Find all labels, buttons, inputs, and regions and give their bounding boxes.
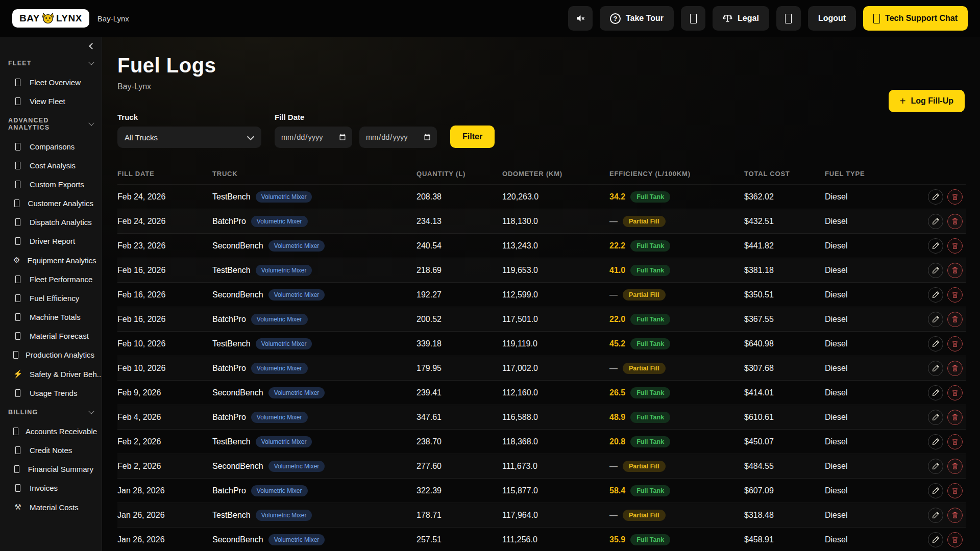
row-actions — [913, 532, 966, 547]
sidebar-item-label: Customer Analytics — [28, 199, 93, 208]
sidebar-item-accounts-receivable[interactable]: Accounts Receivable — [0, 422, 102, 441]
placeholder-icon — [15, 294, 20, 302]
edit-row-button[interactable] — [928, 287, 943, 303]
delete-row-button[interactable] — [947, 238, 963, 254]
row-actions — [913, 483, 966, 498]
delete-row-button[interactable] — [947, 508, 963, 523]
fill-date-end-input[interactable] — [359, 127, 437, 148]
truck-type-badge: Volumetric Mixer — [268, 534, 325, 545]
fill-date-cell: Feb 16, 2026 — [117, 290, 212, 299]
delete-row-button[interactable] — [947, 532, 963, 547]
tech-support-chat-button[interactable]: Tech Support Chat — [863, 6, 968, 31]
edit-row-button[interactable] — [928, 483, 943, 498]
delete-row-button[interactable] — [947, 385, 963, 400]
edit-row-button[interactable] — [928, 189, 943, 205]
sidebar-item-cost-analysis[interactable]: Cost Analysis — [0, 156, 102, 175]
edit-row-button[interactable] — [928, 214, 943, 229]
delete-row-button[interactable] — [947, 434, 963, 449]
sidebar-item-equipment-analytics[interactable]: ⚙ Equipment Analytics — [0, 251, 102, 270]
sidebar-item-production-analytics[interactable]: Production Analytics — [0, 345, 102, 364]
total-cost-cell: $484.55 — [744, 462, 825, 471]
placeholder-icon — [13, 428, 18, 435]
sidebar-item-dispatch-analytics[interactable]: Dispatch Analytics — [0, 213, 102, 232]
fill-date-start-input[interactable] — [275, 127, 352, 148]
notifications-button[interactable] — [681, 6, 705, 31]
sidebar-section-header[interactable]: ADVANCED ANALYTICS — [0, 111, 102, 137]
truck-type-badge: Volumetric Mixer — [256, 510, 312, 521]
edit-row-button[interactable] — [928, 459, 943, 474]
sidebar-item-usage-trends[interactable]: Usage Trends — [0, 384, 102, 403]
delete-row-button[interactable] — [947, 312, 963, 327]
delete-row-button[interactable] — [947, 336, 963, 352]
truck-type-badge: Volumetric Mixer — [251, 216, 308, 227]
truck-name: TestBench — [212, 437, 251, 446]
delete-row-button[interactable] — [947, 287, 963, 303]
total-cost-cell: $381.18 — [744, 266, 825, 275]
baylynx-logo[interactable]: BAY LYNX — [12, 9, 89, 28]
edit-row-button[interactable] — [928, 410, 943, 425]
fuel-type-cell: Diesel — [825, 241, 913, 251]
edit-row-button[interactable] — [928, 385, 943, 400]
filter-button[interactable]: Filter — [450, 126, 495, 148]
sidebar-item-customer-analytics[interactable]: Customer Analytics — [0, 194, 102, 213]
sidebar-item-comparisons[interactable]: Comparisons — [0, 137, 102, 156]
edit-row-button[interactable] — [928, 263, 943, 278]
sidebar-section-header[interactable]: FLEET — [0, 54, 102, 73]
sidebar-item-driver-report[interactable]: Driver Report — [0, 232, 102, 251]
placeholder-icon — [13, 351, 18, 359]
gear-icon: ⚙ — [13, 256, 20, 265]
sidebar-collapse-button[interactable] — [89, 43, 95, 49]
edit-row-button[interactable] — [928, 532, 943, 547]
logout-button[interactable]: Logout — [808, 6, 856, 31]
mute-button[interactable] — [568, 6, 593, 31]
sidebar-item-custom-exports[interactable]: Custom Exports — [0, 175, 102, 194]
fuel-type-cell: Diesel — [825, 290, 913, 299]
edit-row-button[interactable] — [928, 238, 943, 254]
sidebar-item-material-forecast[interactable]: Material Forecast — [0, 327, 102, 345]
delete-row-button[interactable] — [947, 214, 963, 229]
edit-row-button[interactable] — [928, 361, 943, 376]
trash-icon — [951, 364, 959, 372]
trash-icon — [951, 487, 959, 494]
sidebar-section-header[interactable]: BILLING — [0, 403, 102, 422]
sidebar-item-fleet-overview[interactable]: Fleet Overview — [0, 73, 102, 92]
sidebar-item-view-fleet[interactable]: View Fleet — [0, 92, 102, 111]
settings-button[interactable] — [776, 6, 801, 31]
sidebar-item-safety-driver-beh[interactable]: ⚡ Safety & Driver Beh... — [0, 364, 102, 384]
truck-type-badge: Volumetric Mixer — [251, 412, 308, 423]
legal-button[interactable]: Legal — [713, 6, 769, 31]
sidebar-item-financial-summary[interactable]: Financial Summary — [0, 460, 102, 479]
quantity-cell: 257.51 — [416, 535, 502, 544]
delete-row-button[interactable] — [947, 361, 963, 376]
truck-select[interactable]: All Trucks — [117, 127, 261, 148]
sidebar-item-material-costs[interactable]: ⚒ Material Costs — [0, 497, 102, 517]
edit-row-button[interactable] — [928, 508, 943, 523]
sidebar-item-machine-totals[interactable]: Machine Totals — [0, 308, 102, 327]
fill-type-badge: Full Tank — [630, 314, 670, 325]
edit-row-button[interactable] — [928, 312, 943, 327]
efficiency-value: 58.4 — [609, 486, 625, 495]
table-row: Jan 28, 2026 BatchPro Volumetric Mixer 3… — [117, 479, 966, 503]
edit-row-button[interactable] — [928, 336, 943, 352]
page-subtitle: Bay-Lynx — [117, 82, 966, 91]
total-cost-cell: $362.02 — [744, 192, 825, 202]
sidebar-item-fuel-efficiency[interactable]: Fuel Efficiency — [0, 289, 102, 308]
total-cost-cell: $307.68 — [744, 364, 825, 373]
sidebar-item-fleet-performance[interactable]: Fleet Performance — [0, 270, 102, 289]
trash-icon — [951, 413, 959, 421]
delete-row-button[interactable] — [947, 483, 963, 498]
sidebar-item-credit-notes[interactable]: Credit Notes — [0, 441, 102, 460]
sidebar-item-invoices[interactable]: Invoices — [0, 479, 102, 497]
sidebar-item-label: Material Forecast — [30, 332, 89, 340]
delete-row-button[interactable] — [947, 189, 963, 205]
take-tour-button[interactable]: ? Take Tour — [600, 6, 674, 31]
placeholder-icon — [15, 97, 20, 105]
placeholder-icon — [15, 446, 20, 454]
delete-row-button[interactable] — [947, 459, 963, 474]
log-fillup-button[interactable]: + Log Fill-Up — [889, 90, 965, 112]
fuel-type-cell: Diesel — [825, 339, 913, 348]
delete-row-button[interactable] — [947, 410, 963, 425]
pencil-icon — [932, 413, 940, 421]
edit-row-button[interactable] — [928, 434, 943, 449]
delete-row-button[interactable] — [947, 263, 963, 278]
